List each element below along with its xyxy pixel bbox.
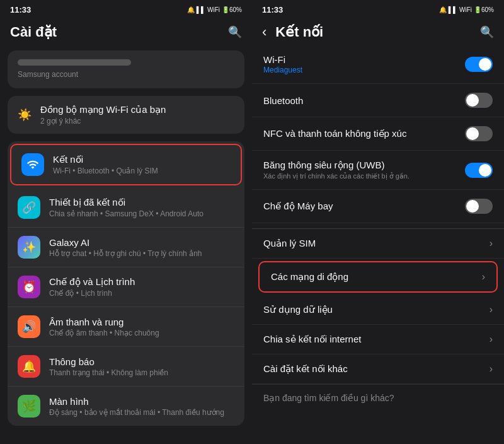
wifi-toggle[interactable]: [465, 57, 493, 72]
am-thanh-title: Âm thanh và rung: [49, 317, 234, 327]
sim-label: Quản lý SIM: [263, 238, 490, 249]
nfc-toggle[interactable]: [465, 126, 493, 141]
cai-dat-label-wrap: Cài đặt kết nối khác: [263, 363, 490, 375]
ket-noi-icon: [21, 153, 44, 176]
nfc-label: NFC và thanh toán không tiếp xúc: [263, 128, 465, 139]
wifi-sync-title: Đồng bộ mạng Wi-Fi của bạn: [40, 104, 234, 115]
sun-icon: ☀️: [18, 108, 32, 122]
cai-dat-chevron-icon: ›: [490, 363, 493, 375]
galaxy-ai-icon: ✨: [18, 236, 40, 259]
su-dung-chevron-icon: ›: [490, 304, 493, 315]
ket-noi-subtitle: Wi-Fi • Bluetooth • Quản lý SIM: [53, 166, 231, 175]
settings-item-galaxy-ai[interactable]: ✨ Galaxy AI Hỗ trợ chat • Hỗ trợ ghi chú…: [8, 228, 244, 267]
right-search-button[interactable]: 🔍: [480, 25, 494, 39]
cac-mang-label-wrap: Các mạng di động: [271, 271, 482, 283]
bottom-search[interactable]: Bạn đang tìm kiếm điều gì khác?: [252, 384, 504, 411]
wifi-label-wrap: Wi-Fi Mediaguest: [263, 54, 465, 74]
am-thanh-text: Âm thanh và rung Chế độ âm thanh • Nhạc …: [49, 317, 234, 337]
am-thanh-subtitle: Chế độ âm thanh • Nhạc chuông: [49, 329, 234, 337]
thong-bao-text: Thông báo Thanh trạng thái • Không làm p…: [49, 356, 234, 377]
conn-item-cac-mang[interactable]: Các mạng di động ›: [258, 261, 498, 293]
bottom-search-label: Bạn đang tìm kiếm điều gì khác?: [263, 393, 394, 403]
settings-item-thong-bao[interactable]: 🔔 Thông báo Thanh trạng thái • Không làm…: [8, 347, 244, 387]
nfc-label-wrap: NFC và thanh toán không tiếp xúc: [263, 128, 465, 139]
conn-item-bluetooth[interactable]: Bluetooth: [252, 84, 504, 117]
connection-list: Wi-Fi Mediaguest Bluetooth NFC và thanh …: [252, 45, 504, 444]
conn-item-may-bay[interactable]: Chế độ Máy bay: [252, 190, 504, 223]
wifi-sync-item[interactable]: ☀️ Đồng bộ mạng Wi-Fi của bạn 2 gợi ý kh…: [8, 96, 244, 134]
su-dung-label: Sử dụng dữ liệu: [263, 304, 490, 315]
right-top-bar: ‹ Kết nối 🔍: [252, 18, 504, 45]
settings-item-che-do[interactable]: ⏰ Chế độ và Lịch trình Chế độ • Lịch trì…: [8, 267, 244, 307]
wifi-sublabel: Mediaguest: [263, 66, 465, 74]
left-status-time: 11:33: [10, 5, 31, 15]
signal-icon: ▌▌: [197, 6, 205, 13]
settings-item-man-hinh[interactable]: 🌿 Màn hình Độ sáng • bảo vệ mắt thoải má…: [8, 387, 244, 426]
conn-item-sim[interactable]: Quản lý SIM ›: [252, 228, 504, 259]
uwb-label-wrap: Băng thông siêu rộng (UWB) Xác định vị t…: [263, 160, 465, 180]
sim-chevron-icon: ›: [490, 238, 493, 249]
che-do-title: Chế độ và Lịch trình: [49, 276, 234, 288]
thong-bao-subtitle: Thanh trạng thái • Không làm phiền: [49, 368, 234, 377]
settings-item-ket-noi[interactable]: Kết nối Wi-Fi • Bluetooth • Quản lý SIM: [10, 144, 242, 185]
wifi-label: Wi-Fi: [263, 54, 465, 65]
conn-item-nfc[interactable]: NFC và thanh toán không tiếp xúc: [252, 117, 504, 151]
man-hinh-subtitle: Độ sáng • bảo vệ mắt thoải mái • Thanh đ…: [49, 408, 234, 417]
ket-noi-title: Kết nối: [53, 154, 231, 165]
account-card[interactable]: Samsung account: [8, 50, 244, 88]
conn-item-wifi[interactable]: Wi-Fi Mediaguest: [252, 45, 504, 84]
thong-bao-title: Thông báo: [49, 356, 234, 367]
alarm-icon: 🔔: [187, 6, 195, 13]
right-phone-panel: 11:33 🔔 ▌▌ WiFi 🔋60% ‹ Kết nối 🔍 Wi-Fi M…: [252, 0, 504, 444]
ket-noi-text: Kết nối Wi-Fi • Bluetooth • Quản lý SIM: [53, 154, 231, 175]
man-hinh-title: Màn hình: [49, 396, 234, 407]
thiet-bi-subtitle: Chia sẻ nhanh • Samsung DeX • Android Au…: [49, 209, 234, 218]
thiet-bi-title: Thiết bị đã kết nối: [49, 197, 234, 208]
left-panel-content: Samsung account ☀️ Đồng bộ mạng Wi-Fi củ…: [0, 45, 252, 444]
cac-mang-chevron-icon: ›: [482, 271, 485, 283]
cai-dat-label: Cài đặt kết nối khác: [263, 363, 490, 375]
left-search-button[interactable]: 🔍: [228, 25, 242, 39]
uwb-toggle[interactable]: [465, 163, 493, 178]
thong-bao-icon: 🔔: [18, 355, 40, 378]
conn-item-su-dung[interactable]: Sử dụng dữ liệu ›: [252, 295, 504, 325]
bluetooth-label: Bluetooth: [263, 95, 465, 106]
conn-item-chia-se[interactable]: Chia sẻ kết nối internet ›: [252, 325, 504, 354]
right-top-bar-left: ‹ Kết nối: [262, 24, 323, 40]
right-signal-icon: ▌▌: [449, 6, 457, 13]
che-do-subtitle: Chế độ • Lịch trình: [49, 289, 234, 298]
left-phone-panel: 11:33 🔔 ▌▌ WiFi 🔋60% Cài đặt 🔍 Samsung a…: [0, 0, 252, 444]
may-bay-label-wrap: Chế độ Máy bay: [263, 201, 465, 212]
chia-se-label: Chia sẻ kết nối internet: [263, 334, 490, 345]
right-wifi-icon: WiFi: [459, 6, 472, 13]
galaxy-ai-text: Galaxy AI Hỗ trợ chat • Hỗ trợ ghi chú •…: [49, 237, 234, 258]
back-button[interactable]: ‹: [262, 24, 266, 40]
settings-item-am-thanh[interactable]: 🔊 Âm thanh và rung Chế độ âm thanh • Nhạ…: [8, 307, 244, 347]
right-status-bar: 11:33 🔔 ▌▌ WiFi 🔋60%: [252, 0, 504, 18]
bluetooth-toggle[interactable]: [465, 93, 493, 108]
right-page-title: Kết nối: [275, 24, 323, 40]
conn-item-cai-dat[interactable]: Cài đặt kết nối khác ›: [252, 354, 504, 384]
chia-se-chevron-icon: ›: [490, 334, 493, 345]
su-dung-label-wrap: Sử dụng dữ liệu: [263, 304, 490, 315]
left-top-bar: Cài đặt 🔍: [0, 18, 252, 45]
right-battery-icon: 🔋60%: [474, 6, 494, 13]
che-do-icon: ⏰: [18, 276, 40, 298]
uwb-label: Băng thông siêu rộng (UWB): [263, 160, 465, 171]
galaxy-ai-title: Galaxy AI: [49, 237, 234, 248]
uwb-desc: Xác định vị trí chính xác của các thiết …: [263, 172, 465, 180]
am-thanh-icon: 🔊: [18, 315, 40, 338]
left-status-icons: 🔔 ▌▌ WiFi 🔋60%: [187, 6, 242, 13]
man-hinh-text: Màn hình Độ sáng • bảo vệ mắt thoải mái …: [49, 396, 234, 417]
right-status-icons: 🔔 ▌▌ WiFi 🔋60%: [439, 6, 494, 13]
left-page-title: Cài đặt: [10, 24, 57, 40]
account-label: Samsung account: [18, 70, 78, 79]
battery-icon: 🔋60%: [222, 6, 242, 13]
may-bay-toggle[interactable]: [465, 199, 493, 214]
settings-item-thiet-bi[interactable]: 🔗 Thiết bị đã kết nối Chia sẻ nhanh • Sa…: [8, 188, 244, 228]
thiet-bi-text: Thiết bị đã kết nối Chia sẻ nhanh • Sams…: [49, 197, 234, 218]
right-status-time: 11:33: [262, 5, 283, 15]
bluetooth-label-wrap: Bluetooth: [263, 95, 465, 106]
conn-item-uwb[interactable]: Băng thông siêu rộng (UWB) Xác định vị t…: [252, 151, 504, 190]
man-hinh-icon: 🌿: [18, 395, 40, 418]
